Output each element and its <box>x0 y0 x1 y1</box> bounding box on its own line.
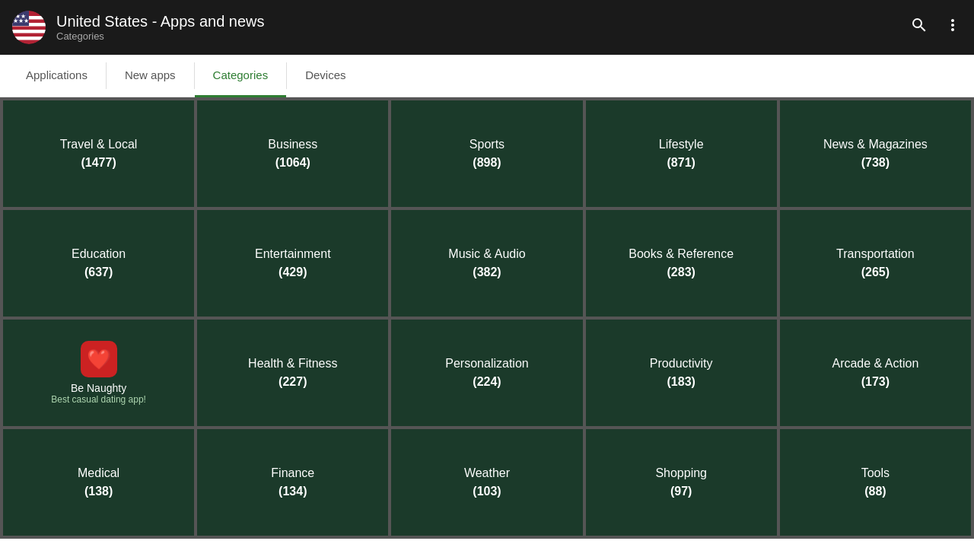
category-title: Productivity <box>644 357 719 371</box>
category-cell[interactable]: Transportation(265) <box>780 210 971 317</box>
header-actions <box>910 16 962 39</box>
category-cell[interactable]: Productivity(183) <box>586 320 777 426</box>
more-options-icon[interactable] <box>944 16 962 39</box>
category-title: Music & Audio <box>442 247 531 261</box>
ad-app-name: Be Naughty <box>71 382 126 394</box>
category-count: (134) <box>279 485 307 498</box>
category-title: Travel & Local <box>54 138 144 151</box>
category-cell[interactable]: Health & Fitness(227) <box>197 320 388 426</box>
category-cell[interactable]: Shopping(97) <box>586 429 777 536</box>
category-title: Business <box>262 138 323 151</box>
category-count: (283) <box>667 266 695 279</box>
category-count: (871) <box>667 156 695 170</box>
category-count: (738) <box>861 156 890 170</box>
search-icon[interactable] <box>910 16 928 39</box>
category-count: (227) <box>279 375 307 389</box>
category-count: (103) <box>473 485 501 498</box>
category-count: (382) <box>473 266 501 279</box>
tab-categories[interactable]: Categories <box>195 55 287 97</box>
category-count: (173) <box>861 375 890 389</box>
category-title: Health & Fitness <box>242 357 343 371</box>
category-title: News & Magazines <box>817 138 934 151</box>
category-count: (97) <box>670 485 692 498</box>
ad-app-desc: Best casual dating app! <box>45 394 152 405</box>
category-cell[interactable]: Personalization(224) <box>391 320 582 426</box>
category-title: Tools <box>855 466 896 480</box>
tab-applications[interactable]: Applications <box>8 55 106 97</box>
ad-app-icon: ❤️ <box>81 341 117 377</box>
app-header: ★★★ ★★ United States - Apps and news Cat… <box>0 0 974 55</box>
category-cell[interactable]: Music & Audio(382) <box>391 210 582 317</box>
categories-grid: Travel & Local(1477)Business(1064)Sports… <box>0 97 974 539</box>
category-cell[interactable]: Weather(103) <box>391 429 582 536</box>
tab-devices[interactable]: Devices <box>287 55 364 97</box>
category-cell[interactable]: Finance(134) <box>197 429 388 536</box>
category-title: Entertainment <box>249 247 337 261</box>
svg-text:★★: ★★ <box>15 13 26 20</box>
header-text: United States - Apps and news Categories <box>56 13 910 42</box>
header-subtitle: Categories <box>56 30 910 42</box>
category-title: Books & Reference <box>622 247 740 261</box>
category-count: (637) <box>84 266 113 279</box>
category-count: (1064) <box>275 156 310 170</box>
tab-new-apps[interactable]: New apps <box>107 55 194 97</box>
category-cell[interactable]: Tools(88) <box>780 429 971 536</box>
category-count: (265) <box>861 266 890 279</box>
category-cell[interactable]: Lifestyle(871) <box>586 100 777 207</box>
category-cell[interactable]: News & Magazines(738) <box>780 100 971 207</box>
category-title: Personalization <box>439 357 534 371</box>
category-title: Lifestyle <box>653 138 710 151</box>
svg-rect-3 <box>12 30 46 33</box>
category-cell[interactable]: Travel & Local(1477) <box>3 100 194 207</box>
category-title: Transportation <box>830 247 921 261</box>
category-cell[interactable]: Medical(138) <box>3 429 194 536</box>
category-title: Sports <box>463 138 511 151</box>
category-cell[interactable]: Sports(898) <box>391 100 582 207</box>
category-title: Finance <box>265 466 320 480</box>
category-count: (898) <box>473 156 501 170</box>
category-count: (1477) <box>81 156 116 170</box>
category-count: (88) <box>864 485 886 498</box>
category-cell[interactable]: Arcade & Action(173) <box>780 320 971 426</box>
category-count: (138) <box>84 485 113 498</box>
category-cell[interactable]: Business(1064) <box>197 100 388 207</box>
header-title: United States - Apps and news <box>56 13 910 30</box>
category-count: (429) <box>279 266 307 279</box>
category-count: (183) <box>667 375 695 389</box>
category-cell[interactable]: Books & Reference(283) <box>586 210 777 317</box>
category-title: Arcade & Action <box>826 357 925 371</box>
nav-tabs: Applications New apps Categories Devices <box>0 55 974 97</box>
svg-rect-4 <box>12 37 46 40</box>
category-title: Education <box>65 247 132 261</box>
category-cell[interactable]: Education(637) <box>3 210 194 317</box>
flag-icon: ★★★ ★★ <box>12 11 46 44</box>
category-cell[interactable]: Entertainment(429) <box>197 210 388 317</box>
ad-cell[interactable]: ❤️Be NaughtyBest casual dating app! <box>3 320 194 426</box>
category-title: Medical <box>72 466 126 480</box>
category-title: Shopping <box>649 466 713 480</box>
category-count: (224) <box>473 375 501 389</box>
category-title: Weather <box>458 466 516 480</box>
